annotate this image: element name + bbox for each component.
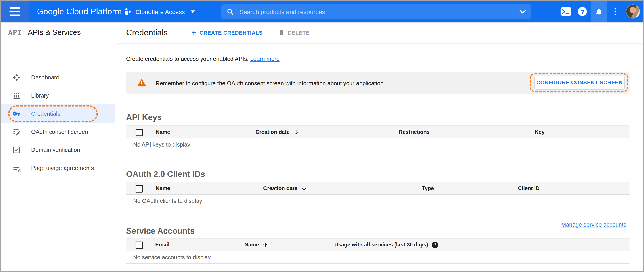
library-icon	[12, 91, 20, 99]
api-keys-title: API Keys	[126, 112, 162, 122]
sidebar-item-label: Library	[31, 92, 49, 99]
create-credentials-button[interactable]: + CREATE CREDENTIALS	[191, 29, 262, 37]
cloud-shell-button[interactable]	[558, 1, 574, 22]
caret-down-icon	[191, 10, 195, 13]
sidebar-header: API APIs & Services	[1, 22, 114, 43]
sort-asc-arrow-icon	[262, 242, 268, 248]
oauth-clients-table-header: Name Creation date Type Client ID	[126, 182, 630, 195]
sidebar-item-label: Dashboard	[31, 74, 60, 81]
more-options-button[interactable]	[607, 1, 624, 22]
api-keys-table-header: Name Creation date Restrictions Key	[126, 125, 630, 138]
help-button[interactable]: ?	[574, 1, 591, 22]
sidebar: API APIs & Services Dashboard	[1, 22, 115, 271]
intro-text: Create credentials to access your enable…	[126, 55, 280, 62]
oauth-clients-empty-state: No OAuth clients to display	[126, 195, 630, 207]
consent-icon	[12, 127, 20, 136]
search-bar[interactable]	[221, 4, 532, 19]
column-restrictions[interactable]: Restrictions	[399, 126, 430, 138]
api-logo-icon: API	[8, 28, 22, 37]
column-name[interactable]: Name	[156, 126, 170, 138]
sidebar-item-label: Domain verification	[31, 147, 80, 153]
product-logo[interactable]: Google Cloud Platform	[37, 1, 122, 22]
sidebar-item-library[interactable]: Library	[1, 86, 114, 104]
sidebar-item-label: Credentials	[31, 110, 60, 117]
sidebar-item-oauth-consent-screen[interactable]: OAuth consent screen	[1, 122, 114, 141]
search-expand-chevron-icon[interactable]	[520, 10, 526, 14]
select-all-checkbox[interactable]	[136, 242, 143, 249]
notifications-button[interactable]	[591, 1, 607, 22]
create-credentials-label: CREATE CREDENTIALS	[200, 30, 262, 36]
plus-icon: +	[191, 29, 196, 37]
project-hexagons-icon	[124, 8, 132, 16]
column-type[interactable]: Type	[422, 182, 434, 194]
select-all-checkbox[interactable]	[136, 129, 143, 136]
account-avatar[interactable]	[626, 5, 640, 19]
delete-button[interactable]: DELETE	[278, 29, 310, 36]
usage-help-icon[interactable]: ?	[432, 241, 438, 248]
menu-button[interactable]	[1, 1, 29, 22]
consent-warning-banner: Remember to configure the OAuth consent …	[126, 72, 630, 94]
column-name[interactable]: Name	[244, 239, 268, 250]
app-window: Google Cloud Platform Cloudflare Access	[0, 0, 644, 272]
column-client-id[interactable]: Client ID	[518, 182, 540, 194]
column-creation-date[interactable]: Creation date	[256, 126, 299, 138]
column-usage[interactable]: Usage with all services (last 30 days) ?	[334, 239, 438, 250]
kebab-icon	[614, 8, 616, 15]
column-creation-date[interactable]: Creation date	[263, 182, 307, 194]
sort-desc-arrow-icon	[293, 129, 299, 135]
column-label: Usage with all services (last 30 days)	[334, 242, 428, 248]
key-icon	[12, 109, 20, 118]
column-label: Creation date	[263, 185, 298, 191]
main-content: Create credentials to access your enable…	[115, 43, 643, 271]
column-label: Name	[244, 242, 259, 248]
intro-sentence: Create credentials to access your enable…	[126, 55, 250, 62]
topbar-actions: ?	[558, 1, 640, 22]
sort-desc-arrow-icon	[301, 185, 307, 191]
domain-verification-icon	[12, 146, 20, 154]
sidebar-item-credentials[interactable]: Credentials	[1, 104, 114, 122]
service-accounts-table-header: Email Name Usage with all services (last…	[126, 238, 630, 251]
column-key[interactable]: Key	[535, 126, 545, 138]
search-input[interactable]	[239, 8, 520, 16]
sidebar-item-label: Page usage agreements	[31, 165, 94, 171]
sidebar-title: APIs & Services	[28, 28, 81, 37]
page-usage-icon: ⚙	[12, 164, 20, 172]
column-label: Creation date	[256, 129, 290, 135]
oauth-clients-title: OAuth 2.0 Client IDs	[126, 169, 205, 179]
help-icon: ?	[578, 7, 587, 16]
page-title: Credentials	[126, 28, 168, 37]
learn-more-link[interactable]: Learn more	[250, 55, 280, 62]
hamburger-icon	[10, 7, 20, 16]
configure-consent-screen-button[interactable]: CONFIGURE CONSENT SCREEN	[535, 76, 624, 89]
select-all-checkbox[interactable]	[136, 185, 143, 193]
sidebar-item-domain-verification[interactable]: Domain verification	[1, 141, 114, 159]
sidebar-item-dashboard[interactable]: Dashboard	[1, 68, 114, 86]
project-selector[interactable]: Cloudflare Access	[124, 1, 195, 22]
gear-icon: ⚙	[18, 168, 22, 174]
service-accounts-empty-state: No service accounts to display	[126, 251, 630, 264]
manage-service-accounts-link[interactable]: Manage service accounts	[561, 221, 626, 228]
topbar: Google Cloud Platform Cloudflare Access	[1, 1, 643, 22]
service-accounts-title: Service Accounts	[126, 226, 195, 235]
bell-icon	[595, 7, 603, 16]
product-logo-text: Google Cloud Platform	[37, 7, 122, 16]
page-header: Credentials + CREATE CREDENTIALS DELETE	[115, 22, 643, 43]
sidebar-item-page-usage-agreements[interactable]: ⚙ Page usage agreements	[1, 159, 114, 177]
sidebar-nav: Dashboard Library Cred	[1, 68, 114, 177]
cloud-shell-icon	[561, 7, 572, 16]
column-name[interactable]: Name	[156, 182, 170, 194]
warning-icon	[137, 78, 146, 86]
search-icon	[227, 8, 234, 15]
sidebar-item-label: OAuth consent screen	[31, 128, 88, 135]
delete-label: DELETE	[288, 30, 310, 36]
project-name: Cloudflare Access	[136, 8, 185, 15]
trash-icon	[278, 29, 284, 36]
dashboard-icon	[12, 73, 20, 81]
api-keys-empty-state: No API keys to display	[126, 138, 630, 151]
banner-message: Remember to configure the OAuth consent …	[156, 72, 385, 94]
column-email[interactable]: Email	[155, 239, 170, 250]
